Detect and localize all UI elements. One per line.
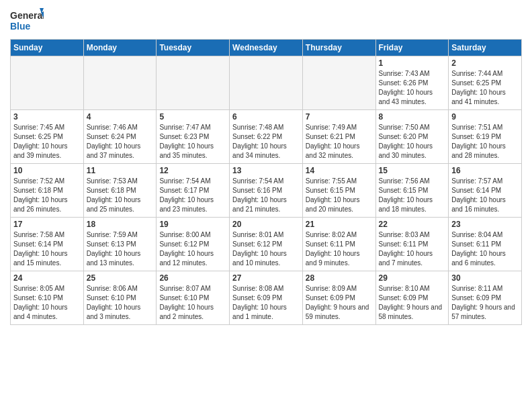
day-cell: 8Sunrise: 7:50 AMSunset: 6:20 PMDaylight… (375, 110, 449, 164)
day-cell: 23Sunrise: 8:04 AMSunset: 6:11 PMDayligh… (449, 218, 522, 271)
day-number: 9 (451, 112, 519, 122)
day-info: Sunrise: 8:11 AMSunset: 6:09 PMDaylight:… (451, 284, 519, 322)
day-number: 6 (232, 112, 300, 122)
day-number: 14 (306, 166, 373, 175)
day-cell: 18Sunrise: 7:59 AMSunset: 6:13 PMDayligh… (83, 218, 157, 271)
day-info: Sunrise: 7:46 AMSunset: 6:24 PMDaylight:… (87, 123, 154, 161)
day-number: 5 (159, 112, 226, 122)
day-number: 13 (232, 166, 300, 175)
day-number: 16 (451, 166, 519, 175)
day-cell: 5Sunrise: 7:47 AMSunset: 6:23 PMDaylight… (157, 110, 230, 164)
day-cell: 1Sunrise: 7:43 AMSunset: 6:26 PMDaylight… (375, 56, 449, 110)
day-header-saturday: Saturday (449, 40, 522, 56)
day-number: 28 (306, 273, 373, 283)
week-row-2: 3Sunrise: 7:45 AMSunset: 6:25 PMDaylight… (11, 110, 522, 164)
day-cell: 19Sunrise: 8:00 AMSunset: 6:12 PMDayligh… (157, 218, 230, 271)
day-info: Sunrise: 8:04 AMSunset: 6:11 PMDaylight:… (451, 230, 519, 268)
day-cell: 25Sunrise: 8:06 AMSunset: 6:10 PMDayligh… (83, 271, 157, 325)
day-info: Sunrise: 8:02 AMSunset: 6:11 PMDaylight:… (306, 230, 373, 268)
day-number: 4 (87, 112, 154, 122)
day-number: 3 (13, 112, 81, 122)
day-cell (157, 56, 230, 110)
day-info: Sunrise: 7:58 AMSunset: 6:14 PMDaylight:… (13, 230, 81, 268)
day-number: 1 (379, 58, 446, 68)
day-info: Sunrise: 7:54 AMSunset: 6:17 PMDaylight:… (159, 177, 226, 214)
day-number: 26 (159, 273, 226, 283)
day-cell: 3Sunrise: 7:45 AMSunset: 6:25 PMDaylight… (11, 110, 84, 164)
day-header-sunday: Sunday (11, 40, 84, 56)
day-info: Sunrise: 7:43 AMSunset: 6:26 PMDaylight:… (379, 69, 446, 107)
day-cell: 9Sunrise: 7:51 AMSunset: 6:19 PMDaylight… (449, 110, 522, 164)
day-info: Sunrise: 7:49 AMSunset: 6:21 PMDaylight:… (306, 123, 373, 161)
day-info: Sunrise: 7:47 AMSunset: 6:23 PMDaylight:… (159, 123, 226, 161)
day-header-tuesday: Tuesday (157, 40, 230, 56)
day-info: Sunrise: 8:08 AMSunset: 6:09 PMDaylight:… (232, 284, 300, 322)
day-number: 17 (13, 220, 81, 229)
day-info: Sunrise: 7:51 AMSunset: 6:19 PMDaylight:… (451, 123, 519, 161)
day-number: 2 (451, 58, 519, 68)
day-cell: 13Sunrise: 7:54 AMSunset: 6:16 PMDayligh… (230, 164, 303, 218)
day-cell: 7Sunrise: 7:49 AMSunset: 6:21 PMDaylight… (302, 110, 375, 164)
day-info: Sunrise: 7:55 AMSunset: 6:15 PMDaylight:… (306, 177, 373, 214)
week-row-5: 24Sunrise: 8:05 AMSunset: 6:10 PMDayligh… (11, 271, 522, 325)
day-cell: 21Sunrise: 8:02 AMSunset: 6:11 PMDayligh… (302, 218, 375, 271)
day-info: Sunrise: 7:57 AMSunset: 6:14 PMDaylight:… (451, 177, 519, 214)
day-number: 10 (13, 166, 81, 175)
day-number: 8 (379, 112, 446, 122)
day-info: Sunrise: 8:07 AMSunset: 6:10 PMDaylight:… (159, 284, 226, 322)
day-number: 29 (379, 273, 446, 283)
calendar-header-row: SundayMondayTuesdayWednesdayThursdayFrid… (11, 40, 522, 56)
day-info: Sunrise: 7:53 AMSunset: 6:18 PMDaylight:… (87, 177, 154, 214)
day-cell (11, 56, 84, 110)
day-info: Sunrise: 8:03 AMSunset: 6:11 PMDaylight:… (379, 230, 446, 268)
day-cell: 26Sunrise: 8:07 AMSunset: 6:10 PMDayligh… (157, 271, 230, 325)
day-number: 20 (232, 220, 300, 229)
day-info: Sunrise: 7:50 AMSunset: 6:20 PMDaylight:… (379, 123, 446, 161)
day-info: Sunrise: 8:00 AMSunset: 6:12 PMDaylight:… (159, 230, 226, 268)
day-cell: 29Sunrise: 8:10 AMSunset: 6:09 PMDayligh… (375, 271, 449, 325)
svg-text:Blue: Blue (10, 21, 31, 32)
day-number: 24 (13, 273, 81, 283)
day-info: Sunrise: 8:06 AMSunset: 6:10 PMDaylight:… (87, 284, 154, 322)
header: General Blue (10, 7, 522, 35)
day-cell (230, 56, 303, 110)
day-info: Sunrise: 7:45 AMSunset: 6:25 PMDaylight:… (13, 123, 81, 161)
day-number: 23 (451, 220, 519, 229)
day-number: 30 (451, 273, 519, 283)
day-number: 11 (87, 166, 154, 175)
day-cell: 4Sunrise: 7:46 AMSunset: 6:24 PMDaylight… (83, 110, 157, 164)
day-cell (302, 56, 375, 110)
day-number: 15 (379, 166, 446, 175)
logo-svg: General Blue (10, 7, 44, 35)
day-header-thursday: Thursday (302, 40, 375, 56)
week-row-3: 10Sunrise: 7:52 AMSunset: 6:18 PMDayligh… (11, 164, 522, 218)
day-info: Sunrise: 7:44 AMSunset: 6:25 PMDaylight:… (451, 69, 519, 107)
day-header-wednesday: Wednesday (230, 40, 303, 56)
day-info: Sunrise: 7:52 AMSunset: 6:18 PMDaylight:… (13, 177, 81, 214)
week-row-4: 17Sunrise: 7:58 AMSunset: 6:14 PMDayligh… (11, 218, 522, 271)
day-number: 12 (159, 166, 226, 175)
day-cell: 16Sunrise: 7:57 AMSunset: 6:14 PMDayligh… (449, 164, 522, 218)
day-cell: 12Sunrise: 7:54 AMSunset: 6:17 PMDayligh… (157, 164, 230, 218)
day-cell: 15Sunrise: 7:56 AMSunset: 6:15 PMDayligh… (375, 164, 449, 218)
calendar-table: SundayMondayTuesdayWednesdayThursdayFrid… (10, 39, 522, 325)
day-cell: 30Sunrise: 8:11 AMSunset: 6:09 PMDayligh… (449, 271, 522, 325)
day-info: Sunrise: 7:48 AMSunset: 6:22 PMDaylight:… (232, 123, 300, 161)
day-number: 21 (306, 220, 373, 229)
day-cell: 11Sunrise: 7:53 AMSunset: 6:18 PMDayligh… (83, 164, 157, 218)
day-info: Sunrise: 7:54 AMSunset: 6:16 PMDaylight:… (232, 177, 300, 214)
day-cell: 17Sunrise: 7:58 AMSunset: 6:14 PMDayligh… (11, 218, 84, 271)
day-cell: 10Sunrise: 7:52 AMSunset: 6:18 PMDayligh… (11, 164, 84, 218)
day-info: Sunrise: 8:10 AMSunset: 6:09 PMDaylight:… (379, 284, 446, 322)
day-cell: 27Sunrise: 8:08 AMSunset: 6:09 PMDayligh… (230, 271, 303, 325)
day-info: Sunrise: 8:01 AMSunset: 6:12 PMDaylight:… (232, 230, 300, 268)
day-number: 22 (379, 220, 446, 229)
day-info: Sunrise: 8:05 AMSunset: 6:10 PMDaylight:… (13, 284, 81, 322)
day-info: Sunrise: 7:56 AMSunset: 6:15 PMDaylight:… (379, 177, 446, 214)
day-number: 19 (159, 220, 226, 229)
day-header-monday: Monday (83, 40, 157, 56)
day-cell: 20Sunrise: 8:01 AMSunset: 6:12 PMDayligh… (230, 218, 303, 271)
day-info: Sunrise: 8:09 AMSunset: 6:09 PMDaylight:… (306, 284, 373, 322)
week-row-1: 1Sunrise: 7:43 AMSunset: 6:26 PMDaylight… (11, 56, 522, 110)
logo: General Blue (10, 7, 44, 35)
